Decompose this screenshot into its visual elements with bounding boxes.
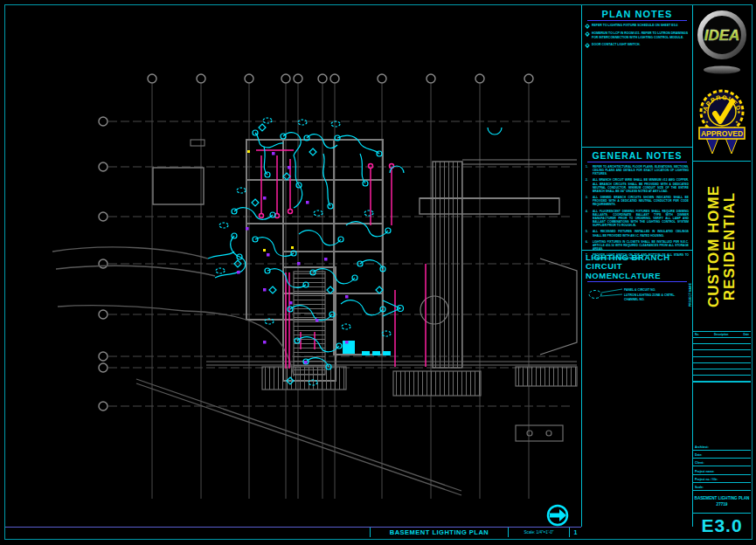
drawing-name-box: BASEMENT LIGHTING PLAN 27719: [693, 491, 751, 514]
plan-note-item: DOOR CONTACT LIGHT SWITCH.: [586, 43, 689, 47]
plan-notes-title: PLAN NOTES: [586, 9, 689, 19]
drawing-number: 1: [569, 528, 581, 537]
title-rule: [587, 20, 687, 21]
diamond-bullet-icon: [585, 31, 590, 37]
diamond-bullet-icon: [585, 43, 590, 48]
general-note-text: ALL BRANCH CIRCUIT WIRE SHALL BE MINIMUM…: [593, 178, 689, 193]
note-number: 3.: [586, 196, 591, 206]
revision-row: [693, 357, 751, 363]
project-title-box: CUSTOM HOME RESIDENTIAL PROJECT NAME: [693, 161, 751, 332]
legend-label-2: LUTRON LIGHTING ZONE & CNTRL.: [624, 293, 675, 297]
revision-row: [693, 369, 751, 376]
general-note-text: ALL RECESSED FIXTURES INSTALLED IN INSUL…: [593, 230, 689, 237]
field-date: Date:: [693, 451, 751, 459]
revision-row: [693, 350, 751, 356]
stamp-area: APPROVED ★ ★ ★ ★ APPROVED: [693, 80, 751, 161]
general-note-text: ALL FLUORESCENT DIMMING FIXTURES SHALL R…: [593, 210, 689, 228]
field-client: Client:: [693, 459, 751, 466]
general-notes-panel: GENERAL NOTES 1.REFER TO ARCHITECTURAL F…: [582, 150, 692, 263]
idea-logo-text: IDEA: [704, 27, 740, 44]
logo-area: IDEA: [693, 5, 751, 80]
notes-column: PLAN NOTES REFER TO LIGHTING FIXTURE SCH…: [581, 5, 693, 527]
walls: [153, 140, 577, 381]
approved-stamp-icon: APPROVED ★ ★ ★ ★ APPROVED: [696, 82, 748, 159]
note-number: 1.: [586, 165, 591, 176]
general-note-item: 2.ALL BRANCH CIRCUIT WIRE SHALL BE MINIM…: [586, 178, 689, 193]
note-number: 4.: [586, 210, 591, 228]
plan-note-text: HOMERUN TO LCP IN ROOM 011. REFER TO LUT…: [592, 31, 689, 39]
idea-logo: IDEA: [695, 7, 749, 79]
north-arrow-icon: [548, 506, 567, 525]
legend-label-3: CHANNEL NO.: [624, 298, 645, 301]
nomenclature-panel: LIGHTING BRANCH CIRCUIT NOMENCLATURE PAN…: [582, 253, 692, 311]
sheet-number: E3.0: [701, 515, 742, 536]
architect-box: Architect:: [693, 383, 751, 451]
general-note-item: 1.REFER TO ARCHITECTURAL FLOOR PLANS, EL…: [586, 165, 689, 176]
plan-note-item: REFER TO LIGHTING FIXTURE SCHEDULE ON SH…: [586, 24, 689, 28]
svg-text:★: ★: [703, 109, 707, 114]
general-notes-title: GENERAL NOTES: [586, 150, 689, 161]
section-divider: [582, 250, 692, 251]
floor-plan-drawing: [5, 5, 581, 527]
svg-text:★: ★: [735, 120, 739, 124]
stamp-banner-text: APPROVED: [701, 129, 743, 138]
field-project-no: Project no. / file:: [693, 475, 751, 483]
revision-row: [693, 344, 751, 350]
drawing-title: BASEMENT LIGHTING PLAN: [370, 528, 508, 537]
drawing-scale: Scale: 1/4"=1'-0": [508, 528, 569, 537]
magenta-fixtures: [256, 150, 426, 369]
general-note-item: 3.ALL DIMMED BRANCH CIRCUITS SHOWN INDIC…: [586, 196, 689, 206]
field-project-name: Project name:: [693, 466, 751, 474]
project-title-line1: CUSTOM HOME: [706, 185, 722, 307]
switch-symbols: [237, 152, 349, 364]
title-rule: [587, 162, 687, 162]
diamond-bullet-icon: [585, 24, 590, 29]
revision-row: [693, 338, 751, 344]
general-note-item: 5.ALL RECESSED FIXTURES INSTALLED IN INS…: [586, 230, 689, 237]
svg-text:★: ★: [705, 120, 709, 124]
plan-note-text: REFER TO LIGHTING FIXTURE SCHEDULE ON SH…: [592, 24, 678, 28]
rev-col-date: Date: [743, 333, 749, 336]
rev-col-desc: Description: [714, 333, 729, 336]
note-number: 2.: [586, 178, 591, 193]
rev-col-no: No.: [695, 333, 699, 336]
nomenclature-title-2: CIRCUIT NOMENCLATURE: [586, 262, 689, 280]
general-note-text: ALL DIMMED BRANCH CIRCUITS SHOWN INDICAT…: [593, 196, 689, 206]
project-number: 27719: [717, 502, 728, 507]
circuit-tag-symbol: [589, 291, 601, 299]
plan-note-item: HOMERUN TO LCP IN ROOM 011. REFER TO LUT…: [586, 31, 689, 39]
revision-row: [693, 376, 751, 382]
section-divider: [582, 147, 692, 148]
legend-label-1: PANEL & CIRCUIT NO.: [624, 288, 655, 292]
info-fields: Date: Client: Project name: Project no. …: [693, 451, 751, 491]
sheet-number-box: E3.0: [693, 514, 751, 538]
drawing-sheet: BASEMENT LIGHTING PLAN Scale: 1/4"=1'-0"…: [0, 0, 756, 545]
architect-label: Architect:: [695, 445, 709, 449]
title-rule: [587, 281, 687, 282]
project-title: CUSTOM HOME RESIDENTIAL: [706, 185, 738, 307]
revision-table: No. Description Date: [693, 332, 751, 383]
note-number: 5.: [586, 230, 591, 237]
project-name-side-label: PROJECT NAME: [689, 283, 692, 307]
revision-row: [693, 363, 751, 369]
revision-header-row: No. Description Date: [693, 332, 751, 338]
general-note-item: 4.ALL FLUORESCENT DIMMING FIXTURES SHALL…: [586, 210, 689, 228]
general-note-text: REFER TO ARCHITECTURAL FLOOR PLANS, ELEV…: [593, 165, 689, 176]
project-title-line2: RESIDENTIAL: [722, 185, 738, 307]
svg-text:★: ★: [737, 109, 741, 114]
field-scale: Scale:: [693, 483, 751, 491]
plan-notes-panel: PLAN NOTES REFER TO LIGHTING FIXTURE SCH…: [582, 9, 692, 51]
nomenclature-legend: PANEL & CIRCUIT NO. LUTRON LIGHTING ZONE…: [586, 285, 690, 307]
drawing-title-bar: BASEMENT LIGHTING PLAN Scale: 1/4"=1'-0"…: [5, 527, 581, 537]
title-block-column: IDEA APPROVED ★ ★ ★ ★ APPROVED: [693, 5, 751, 539]
plan-note-text: DOOR CONTACT LIGHT SWITCH.: [592, 43, 641, 47]
